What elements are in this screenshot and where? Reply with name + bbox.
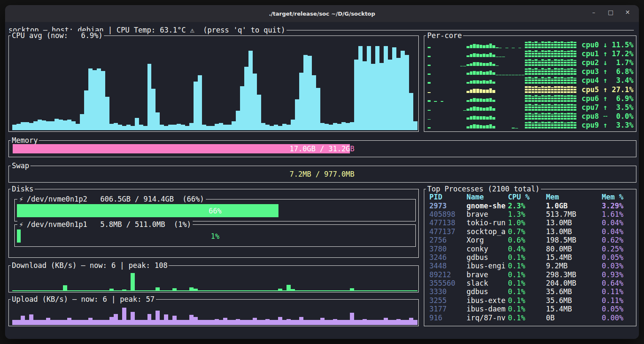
disk-icon: ⚡: [19, 220, 23, 229]
chart-bar: [253, 290, 257, 291]
chart-bar: [428, 47, 431, 48]
chart-bar: [244, 320, 248, 325]
chart-bar: [206, 290, 210, 291]
chart-bar: [350, 313, 354, 325]
process-row[interactable]: 89212brave0.1%298.3MB0.93%: [429, 270, 634, 279]
process-row[interactable]: 2973gnome-she2.3%1.0GB3.29%: [429, 201, 634, 210]
chart-bar: [564, 60, 567, 66]
chart-bar: [489, 116, 492, 120]
chart-bar: [434, 101, 437, 101]
chart-bar: [535, 104, 538, 111]
process-cell-mem: 0B: [546, 314, 602, 322]
process-row[interactable]: 3330gdbus0.1%35.6MB0.11%: [429, 287, 634, 296]
chart-bar: [541, 59, 544, 66]
chart-bar: [308, 290, 312, 291]
chart-bar: [538, 96, 541, 102]
core-row-cpu8: cpu8 ╌ 0.0%: [428, 112, 633, 120]
chart-bar: [274, 320, 278, 325]
chart-bar: [567, 113, 570, 119]
chart-bar: [489, 71, 492, 75]
disks-panel: Disks ⚡ /dev/nvme0n1p2 606.5GB / 914.4GB…: [8, 189, 419, 258]
chart-bar: [548, 113, 551, 120]
process-row[interactable]: 916irq/87-nv0.1%0B0.00%: [429, 313, 634, 322]
chart-bar: [299, 73, 303, 130]
chart-bar: [518, 75, 521, 75]
chart-bar: [375, 320, 379, 325]
chart-bar: [532, 123, 535, 128]
chart-bar: [265, 125, 270, 130]
process-row[interactable]: 355560slack0.1%204.0MB0.64%: [429, 279, 634, 287]
chart-bar: [561, 50, 564, 57]
process-row[interactable]: 3246gdbus0.1%15.4MB0.05%: [429, 253, 634, 262]
minimize-icon[interactable]: –: [589, 9, 598, 18]
chart-bar: [29, 123, 33, 130]
chart-bar: [544, 87, 547, 93]
chart-bar: [486, 107, 489, 111]
chart-bar: [428, 127, 431, 128]
chart-bar: [371, 64, 375, 130]
chart-bar: [476, 44, 479, 48]
process-cell-cpu: 0.1%: [508, 287, 546, 296]
chart-bar: [358, 290, 363, 291]
chart-bar: [492, 108, 495, 111]
chart-bar: [548, 50, 551, 57]
chart-bar: [114, 290, 118, 291]
titlebar[interactable]: ./target/release/soc ~/D/G/socktop – □ ✕: [5, 5, 639, 22]
chart-bar: [505, 75, 508, 75]
chart-bar: [55, 290, 59, 291]
process-cell-cpu: 2.3%: [508, 202, 546, 210]
chart-bar: [544, 51, 547, 57]
process-row[interactable]: 477137socktop_a0.7%13.0MB0.04%: [429, 227, 634, 236]
chart-bar: [492, 64, 495, 66]
chart-bar: [554, 86, 557, 93]
process-cell-pid: 3177: [429, 305, 467, 313]
chart-bar: [544, 60, 547, 66]
process-row[interactable]: 3177ibus-daem0.1%15.4MB0.05%: [429, 305, 634, 313]
chart-bar: [105, 320, 109, 325]
chart-bar: [181, 320, 185, 325]
process-row[interactable]: 2756Xorg0.6%198.5MB0.62%: [429, 236, 634, 244]
chart-bar: [333, 319, 337, 325]
chart-bar: [541, 95, 544, 102]
chart-bar: [363, 319, 367, 325]
chart-bar: [287, 125, 291, 130]
process-row[interactable]: 3780conky0.4%80.0MB0.25%: [429, 244, 634, 253]
chart-bar: [570, 104, 573, 111]
column-header-mem: Mem: [546, 193, 602, 201]
chart-bar: [567, 51, 570, 57]
chart-bar: [379, 290, 384, 291]
desktop: ./target/release/soc ~/D/G/socktop – □ ✕…: [0, 0, 644, 344]
process-row[interactable]: 405898brave1.3%513.7MB1.61%: [429, 210, 634, 218]
chart-bar: [101, 71, 105, 130]
chart-bar: [346, 123, 350, 130]
chart-bar: [489, 80, 492, 84]
process-cell-name: ibus-engi: [467, 262, 508, 270]
close-icon[interactable]: ✕: [623, 9, 632, 18]
chart-bar: [544, 42, 547, 48]
process-cell-cpu: 0.1%: [508, 296, 546, 305]
chart-bar: [476, 125, 479, 128]
chart-bar: [223, 290, 227, 291]
chart-bar: [428, 119, 431, 120]
chart-bar: [59, 120, 63, 130]
process-cell-mem: 13.0MB: [546, 227, 602, 236]
chart-bar: [135, 118, 139, 130]
chart-bar: [567, 77, 570, 84]
chart-bar: [172, 316, 177, 325]
chart-bar: [21, 290, 25, 291]
process-row[interactable]: 3448ibus-engi0.1%9.2MB0.03%: [429, 262, 634, 270]
chart-bar: [151, 290, 156, 291]
chart-bar: [473, 62, 476, 66]
process-row[interactable]: 3255ibus-exte0.1%35.6MB0.11%: [429, 296, 634, 305]
chart-bar: [312, 290, 316, 291]
chart-bar: [50, 320, 55, 325]
chart-bar: [561, 122, 564, 128]
chart-bar: [88, 318, 93, 325]
chart-bar: [71, 320, 76, 325]
chart-bar: [548, 86, 551, 93]
process-row[interactable]: 477138tokio-run1.0%13.0MB0.04%: [429, 218, 634, 227]
chart-bar: [388, 320, 392, 325]
chart-bar: [551, 123, 554, 128]
maximize-icon[interactable]: □: [606, 9, 615, 18]
chart-bar: [303, 290, 308, 291]
